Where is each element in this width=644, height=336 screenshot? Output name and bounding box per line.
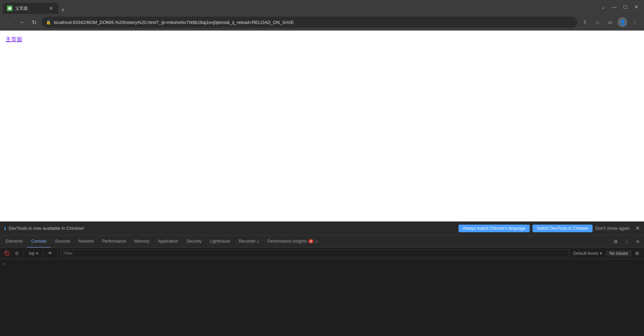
issues-settings-button[interactable]: ⚙	[633, 249, 641, 258]
filter-button[interactable]: ⊘	[13, 249, 21, 258]
notification-text: DevTools is now available in Chinese!	[9, 226, 456, 231]
tab-performance[interactable]: Performance	[98, 235, 130, 248]
match-language-button[interactable]: Always match Chrome's language	[459, 225, 530, 232]
browser-tab[interactable]: 父页面 ✕	[3, 3, 58, 14]
toolbar-divider	[24, 250, 24, 257]
prompt-arrow-icon: ›	[3, 261, 6, 266]
dropdown-button[interactable]: ⌄	[598, 2, 608, 12]
tab-area: 父页面 ✕ +	[3, 0, 597, 14]
address-bar: ← → ↻ 🔒 localhost:63342/BOM_DOM/6.%20his…	[0, 14, 644, 31]
context-dropdown-icon: ▾	[36, 251, 38, 256]
levels-dropdown-icon: ▾	[600, 251, 602, 256]
switch-chinese-button[interactable]: Switch DevTools to Chinese	[532, 225, 593, 232]
clear-console-button[interactable]: 🚫	[3, 249, 11, 258]
tab-recorder[interactable]: Recorder △	[234, 235, 263, 248]
tab-performance-insights[interactable]: Performance insights 4 △	[263, 235, 322, 248]
close-button[interactable]: ✕	[631, 2, 641, 12]
back-button[interactable]: ←	[4, 17, 14, 27]
lock-icon: 🔒	[46, 20, 51, 25]
tab-close-button[interactable]: ✕	[48, 5, 54, 11]
context-selector[interactable]: top ▾	[27, 250, 40, 257]
menu-button[interactable]: ⋮	[630, 17, 640, 27]
new-tab-button[interactable]: +	[58, 7, 68, 14]
browser-window: 父页面 ✕ + ⌄ — ☐ ✕ ← → ↻ 🔒 localhost:63342/…	[0, 0, 644, 336]
devtools-tabs: Elements Console Sources Network Perform…	[0, 235, 644, 248]
tab-title: 父页面	[15, 6, 45, 11]
devtools-close-button[interactable]: ✕	[633, 237, 643, 246]
console-toolbar: 🚫 ⊘ top ▾ 👁 Default levels ▾ No Issues ⚙	[0, 248, 644, 259]
dont-show-again-button[interactable]: Don't show again	[595, 226, 630, 231]
title-bar: 父页面 ✕ + ⌄ — ☐ ✕	[0, 0, 644, 14]
toolbar-divider-3	[57, 250, 58, 257]
forward-button[interactable]: →	[17, 17, 26, 27]
profile-button[interactable]: 👤	[618, 17, 627, 27]
tab-security[interactable]: Security	[182, 235, 206, 248]
minimize-button[interactable]: —	[609, 2, 619, 12]
performance-insights-badge: 4	[308, 239, 314, 243]
window-controls: ⌄ — ☐ ✕	[598, 2, 641, 12]
notification-close-button[interactable]: ✕	[635, 225, 640, 232]
url-bar[interactable]: 🔒 localhost:63342/BOM_DOM/6.%20history%2…	[42, 17, 577, 28]
tab-favicon	[7, 6, 13, 11]
tab-application[interactable]: Application	[154, 235, 182, 248]
no-issues-badge[interactable]: No Issues	[606, 250, 631, 257]
tab-console[interactable]: Console	[27, 235, 51, 248]
devtools-more-button[interactable]: ⋮	[622, 237, 631, 246]
devtools-panel: ℹ DevTools is now available in Chinese! …	[0, 221, 644, 336]
tab-elements[interactable]: Elements	[1, 235, 27, 248]
default-levels-dropdown[interactable]: Default levels ▾	[571, 250, 605, 257]
bookmark-button[interactable]: ☆	[593, 17, 602, 27]
context-label: top	[29, 251, 35, 256]
main-page-link[interactable]: 主页面	[6, 36, 22, 42]
share-button[interactable]: ⇧	[580, 17, 590, 27]
devtools-tab-icons: ⚙ ⋮ ✕	[611, 237, 643, 246]
tab-sources[interactable]: Sources	[51, 235, 74, 248]
eye-icon[interactable]: 👁	[46, 249, 55, 258]
tab-network[interactable]: Network	[74, 235, 98, 248]
console-area[interactable]: ›	[0, 259, 644, 336]
sidebar-button[interactable]: ▭	[605, 17, 615, 27]
url-text: localhost:63342/BOM_DOM/6.%20history%20.…	[54, 20, 573, 25]
info-icon: ℹ	[4, 226, 6, 231]
devtools-settings-button[interactable]: ⚙	[611, 237, 620, 246]
toolbar-divider-2	[43, 250, 43, 257]
reload-button[interactable]: ↻	[29, 17, 39, 27]
notification-bar: ℹ DevTools is now available in Chinese! …	[0, 221, 644, 235]
tab-lighthouse[interactable]: Lighthouse	[206, 235, 234, 248]
page-content: 主页面	[0, 31, 644, 221]
console-prompt[interactable]: ›	[0, 260, 644, 267]
filter-input[interactable]	[60, 250, 569, 257]
maximize-button[interactable]: ☐	[620, 2, 630, 12]
tab-memory[interactable]: Memory	[130, 235, 154, 248]
